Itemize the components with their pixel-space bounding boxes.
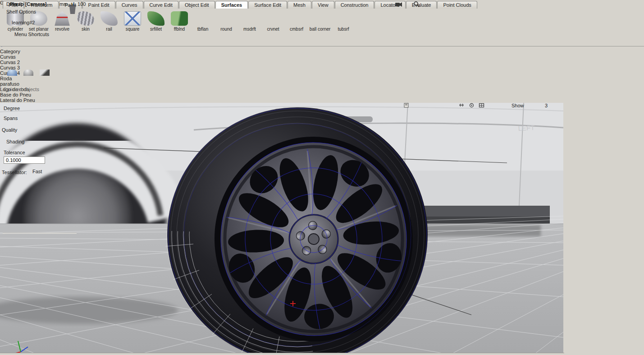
degree-label: Degree <box>4 106 27 111</box>
tool-label: tubsrf <box>332 27 355 32</box>
perspective-viewport: Persp [Camera] mm 100 Show 3 <box>0 103 644 355</box>
tool-label: square <box>121 27 144 32</box>
quality-label: Quality <box>2 127 17 133</box>
viewport-count-badge[interactable]: 3 <box>545 103 552 108</box>
layer-tab-parafuso[interactable]: parafuso <box>0 81 644 87</box>
quality-section-header[interactable]: Quality <box>2 127 78 135</box>
layer-tab-roda-selected[interactable]: Roda <box>0 76 644 81</box>
torn-palette-edge <box>4 69 76 80</box>
layer-tab-curvas[interactable]: Curvas <box>0 54 644 60</box>
tolerance-slider-field[interactable] <box>47 157 76 164</box>
shelf-tab-view[interactable]: View <box>312 1 334 9</box>
view-orbit-icon[interactable] <box>469 103 477 109</box>
rail-icon <box>100 11 118 26</box>
tubsrf-icon <box>335 11 352 26</box>
tolerance-label: Tolerance <box>4 150 25 155</box>
layer-tab-base-do-pneu[interactable]: Base do Pneu <box>0 92 644 97</box>
layer-tab-curvas-2[interactable]: Curvas 2 <box>0 60 644 65</box>
picked-objects-combo[interactable]: 0 picked objects <box>4 87 76 94</box>
tool-label: srfillet <box>144 27 168 32</box>
cmbsrf-icon <box>288 11 305 26</box>
skin-icon <box>77 11 94 26</box>
camera-icon[interactable] <box>395 1 403 9</box>
shading-section-row[interactable]: Shading <box>2 138 78 147</box>
shelf-tab-mesh[interactable]: Mesh <box>288 1 311 9</box>
tolerance-field[interactable] <box>4 157 45 164</box>
tbflan-icon <box>194 11 211 26</box>
zoom-magnifier-icon[interactable] <box>413 1 420 9</box>
tool-cmbsrf[interactable]: cmbsrf <box>285 10 308 32</box>
layer-category-label: Category <box>0 49 20 54</box>
tool-label: skin <box>74 27 97 32</box>
tab-learning-2[interactable]: learning#2 <box>12 20 61 28</box>
viewport-3d-scene: LEFT <box>0 103 563 355</box>
tool-ball-corner[interactable]: ball corner <box>308 10 332 32</box>
layer-tab-logo-da-roda[interactable]: Logo da roda <box>0 87 644 92</box>
grid-size-label: 100 <box>78 1 86 7</box>
layer-name: Lateral do Pneu <box>0 97 35 103</box>
square-icon <box>124 11 141 26</box>
spans-field-2[interactable] <box>54 115 70 121</box>
tool-ffblnd[interactable]: ffblnd <box>168 10 191 32</box>
picked-objects-value: 0 picked objects <box>4 87 39 92</box>
layer-name: Curvas <box>0 54 16 60</box>
tool-label: msdrft <box>238 27 261 32</box>
partial-icon <box>23 69 33 76</box>
tool-square[interactable]: square <box>121 10 144 32</box>
tool-label: ball corner <box>308 27 332 32</box>
shelf-tab-paint-edit[interactable]: Paint Edit <box>82 1 115 9</box>
tessellator-value: Fast <box>32 169 42 174</box>
layer-bar: Category Curvas Curvas 2 Curvas 3 Curvas… <box>0 49 644 103</box>
shelf-set-value: Default <box>6 1 22 7</box>
ball-corner-icon <box>311 11 329 26</box>
shelf-tab-surfaces[interactable]: Surfaces <box>215 1 248 9</box>
layer-name: Curvas 2 <box>0 60 20 65</box>
shelf-window: Pick Transform Paint Paint Edit Curves C… <box>0 0 644 46</box>
show-menu-button[interactable]: Show <box>512 103 530 108</box>
shelf-tab-curve-edit[interactable]: Curve Edit <box>144 1 178 9</box>
layer-tab-curvas-3[interactable]: Curvas 3 <box>0 65 644 70</box>
round-icon <box>218 11 235 26</box>
shelf-tab-surface-edit[interactable]: Surface Edit <box>248 1 287 9</box>
tool-srfillet[interactable]: srfillet <box>144 10 168 32</box>
shelf-tab-curves[interactable]: Curves <box>116 1 143 9</box>
tool-rail[interactable]: rail <box>97 10 121 32</box>
tool-msdrft[interactable]: msdrft <box>238 10 261 32</box>
tool-round[interactable]: round <box>215 10 238 32</box>
layer-tab-lateral-do-pneu[interactable]: Lateral do Pneu <box>0 97 644 103</box>
spans-field-1[interactable] <box>30 115 48 121</box>
tool-label: ffblnd <box>168 27 191 32</box>
bottom-strip <box>0 353 564 355</box>
tool-crvnet[interactable]: crvnet <box>261 10 285 32</box>
srfillet-icon <box>147 11 164 26</box>
shading-label: Shading <box>6 139 24 144</box>
layer-tab-curvas-4[interactable]: Curvas 4 <box>0 70 644 76</box>
view-fit-icon[interactable] <box>479 103 487 109</box>
spans-label: Spans <box>4 115 27 121</box>
degree-field-2[interactable] <box>54 105 70 111</box>
degree-field-1[interactable] <box>30 105 48 111</box>
shelf-tab-object-edit[interactable]: Object Edit <box>179 1 215 9</box>
tool-label: round <box>215 27 238 32</box>
layer-name: parafuso <box>0 81 19 87</box>
partial-icon <box>40 69 50 76</box>
viewport-canvas[interactable]: LEFT <box>0 103 644 355</box>
tessellator-combo[interactable]: Fast <box>32 169 76 176</box>
panel-divider <box>3 233 77 234</box>
layer-category-button[interactable]: Category <box>0 49 644 54</box>
tool-tubsrf[interactable]: tubsrf <box>332 10 355 32</box>
bookmark-icon[interactable] <box>404 103 411 109</box>
trash-icon[interactable] <box>67 1 78 17</box>
ffblnd-icon <box>171 11 188 26</box>
tessellator-label: Tessellator: <box>2 170 27 175</box>
menu-shortcuts-button[interactable]: Menu Shortcuts <box>14 32 51 38</box>
tool-label: tbflan <box>191 27 215 32</box>
view-pan-icon[interactable] <box>459 103 467 109</box>
shelf-set-combo[interactable]: Default <box>6 1 65 9</box>
shelf-options-combo[interactable]: Shelf Options <box>6 9 65 16</box>
shelf-tab-construction[interactable]: Construction <box>335 1 375 9</box>
shelf-tab-point-clouds[interactable]: Point Clouds <box>437 1 477 9</box>
crvnet-icon <box>265 11 282 26</box>
tool-tbflan[interactable]: tbflan <box>191 10 215 32</box>
shelf-tab-evaluate[interactable]: Evaluate <box>406 1 437 9</box>
